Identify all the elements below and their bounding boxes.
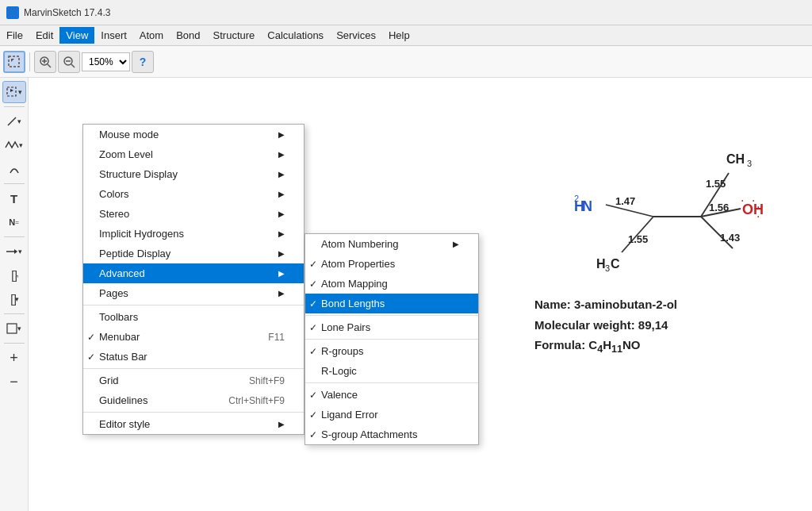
svg-text:1.47: 1.47: [615, 195, 635, 207]
title-bar: MarvinSketch 17.4.3: [0, 0, 812, 25]
submenu-ligand-error[interactable]: ✓ Ligand Error: [305, 405, 478, 425]
dd-sep-1: [83, 305, 304, 305]
main-area: ▾ ▾ ▾ T N=: [0, 78, 812, 511]
toolbar-separator-1: [29, 52, 30, 71]
menu-advanced[interactable]: Advanced ▶: [83, 263, 304, 283]
svg-rect-14: [7, 324, 17, 333]
menu-peptide-display[interactable]: Peptide Display ▶: [83, 244, 304, 263]
bracket-tool[interactable]: [ ]ₙ: [2, 264, 26, 286]
zoom-select[interactable]: 150% 100% 75% 50% 200%: [82, 52, 130, 71]
adv-sep-2: [305, 339, 478, 340]
dd-sep-3: [83, 412, 304, 413]
svg-text:·: ·: [741, 194, 744, 207]
arc-tool[interactable]: [2, 158, 26, 180]
lt-sep-5: [4, 343, 25, 344]
svg-marker-10: [10, 89, 13, 92]
menu-zoom-level[interactable]: Zoom Level ▶: [83, 144, 304, 164]
svg-text:·: ·: [756, 209, 760, 223]
menu-editor-style[interactable]: Editor style ▶: [83, 414, 304, 434]
text-tool[interactable]: T: [2, 187, 26, 209]
svg-rect-0: [9, 56, 19, 67]
svg-text:·: ·: [752, 194, 755, 207]
zoom-in-btn[interactable]: [34, 51, 56, 73]
svg-text:3: 3: [747, 159, 752, 168]
menu-file[interactable]: File: [0, 27, 29, 44]
menu-insert[interactable]: Insert: [94, 27, 133, 44]
menu-stereo[interactable]: Stereo ▶: [83, 204, 304, 224]
dd-sep-2: [83, 368, 304, 369]
submenu-lone-pairs[interactable]: ✓ Lone Pairs: [305, 317, 478, 337]
submenu-atom-numbering[interactable]: Atom Numbering ▶: [305, 234, 478, 254]
view-dropdown-menu: Mouse mode ▶ Zoom Level ▶ Structure Disp…: [82, 124, 304, 435]
menu-pages[interactable]: Pages ▶: [83, 283, 304, 303]
lt-sep-3: [4, 236, 25, 237]
svg-marker-13: [14, 249, 17, 254]
svg-text:1.56: 1.56: [709, 202, 729, 213]
chain-tool[interactable]: ▾: [2, 134, 26, 156]
menu-calculations[interactable]: Calculations: [261, 27, 330, 44]
submenu-r-groups[interactable]: ✓ R-groups: [305, 341, 478, 361]
svg-text:1.43: 1.43: [720, 232, 740, 244]
menu-bond[interactable]: Bond: [170, 27, 206, 44]
advanced-submenu: Atom Numbering ▶ ✓ Atom Properties ✓ Ato…: [304, 233, 479, 445]
adv-sep-1: [305, 315, 478, 316]
rect-tool[interactable]: ▾: [2, 317, 26, 340]
svg-rect-9: [7, 87, 16, 96]
molecule-info: Name: 3-aminobutan-2-ol Molecular weight…: [527, 294, 796, 358]
svg-text:1.55: 1.55: [706, 178, 726, 190]
select-tool-btn[interactable]: [3, 51, 25, 73]
menu-structure[interactable]: Structure: [207, 27, 262, 44]
lt-sep-1: [4, 106, 25, 107]
menu-atom[interactable]: Atom: [133, 27, 170, 44]
submenu-atom-properties[interactable]: ✓ Atom Properties: [305, 254, 478, 274]
menu-toolbars[interactable]: Toolbars: [83, 307, 304, 327]
submenu-sgroup-attachments[interactable]: ✓ S-group Attachments: [305, 425, 478, 444]
plus-tool[interactable]: +: [2, 347, 26, 369]
minus-tool[interactable]: −: [2, 371, 26, 393]
app-title: MarvinSketch 17.4.3: [24, 7, 110, 18]
menu-grid[interactable]: Grid Shift+F9: [83, 371, 304, 390]
menu-view[interactable]: View: [59, 27, 94, 44]
menu-menubar[interactable]: ✓ Menubar F11: [83, 327, 304, 347]
adv-sep-3: [305, 382, 478, 383]
zoom-out-btn[interactable]: [58, 51, 80, 73]
menu-implicit-hydrogens[interactable]: Implicit Hydrogens ▶: [83, 224, 304, 244]
svg-text:1.55: 1.55: [628, 233, 648, 245]
svg-line-11: [8, 117, 16, 125]
canvas[interactable]: Mouse mode ▶ Zoom Level ▶ Structure Disp…: [29, 78, 812, 511]
submenu-bond-lengths[interactable]: ✓ Bond Lengths: [305, 294, 478, 313]
svg-text:N: N: [582, 198, 592, 214]
bracket2-tool[interactable]: [ ]▾: [2, 288, 26, 310]
toolbar: 150% 100% 75% 50% 200% ?: [0, 46, 812, 78]
menu-structure-display[interactable]: Structure Display ▶: [83, 164, 304, 184]
app-icon: [6, 6, 19, 19]
molecule-svg: CH 3 OH · · · · H 2 N H 3 C 1.55: [527, 94, 796, 300]
bond-single-tool[interactable]: ▾: [2, 110, 26, 133]
menu-colors[interactable]: Colors ▶: [83, 184, 304, 204]
menu-services[interactable]: Services: [330, 27, 382, 44]
svg-marker-1: [11, 59, 14, 62]
menu-statusbar[interactable]: ✓ Status Bar: [83, 347, 304, 367]
svg-line-7: [71, 64, 75, 67]
help-btn[interactable]: ?: [132, 51, 154, 73]
submenu-atom-mapping[interactable]: ✓ Atom Mapping: [305, 274, 478, 294]
select-tool[interactable]: ▾: [2, 81, 26, 103]
submenu-r-logic[interactable]: R-Logic: [305, 361, 478, 381]
submenu-valence[interactable]: ✓ Valence: [305, 385, 478, 405]
menu-bar: File Edit View Insert Atom Bond Structur…: [0, 25, 812, 46]
arrow-tool[interactable]: ▾: [2, 240, 26, 263]
menu-guidelines[interactable]: Guidelines Ctrl+Shift+F9: [83, 390, 304, 410]
left-toolbar: ▾ ▾ ▾ T N=: [0, 78, 29, 511]
atom-number-tool[interactable]: N=: [2, 211, 26, 233]
svg-text:H: H: [596, 257, 606, 271]
lt-sep-2: [4, 183, 25, 184]
svg-line-3: [48, 64, 51, 67]
molecule-area: CH 3 OH · · · · H 2 N H 3 C 1.55: [527, 94, 796, 358]
molecule-formula: Formula: C4H11NO: [534, 335, 796, 358]
menu-mouse-mode[interactable]: Mouse mode ▶: [83, 125, 304, 144]
svg-text:2: 2: [574, 194, 579, 203]
svg-text:C: C: [611, 257, 620, 271]
lt-sep-4: [4, 313, 25, 314]
menu-edit[interactable]: Edit: [29, 27, 59, 44]
menu-help[interactable]: Help: [382, 27, 416, 44]
